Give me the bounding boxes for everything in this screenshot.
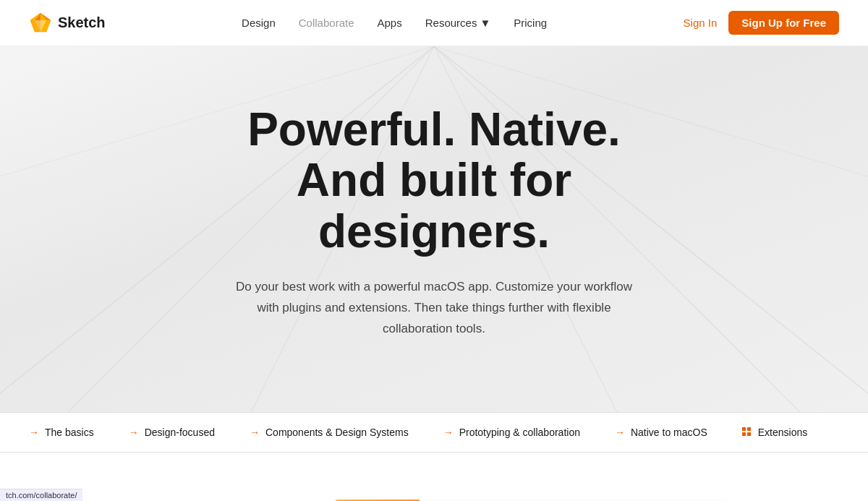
arrow-icon: →	[250, 427, 260, 438]
nav-collaborate[interactable]: Collaborate	[299, 17, 354, 29]
hero-title: Powerful. Native. And built for designer…	[181, 104, 687, 257]
nav-links: Design Collaborate Apps Resources ▼ Pric…	[242, 17, 547, 29]
hero-section: Powerful. Native. And built for designer…	[0, 46, 868, 412]
signup-button[interactable]: Sign Up for Free	[728, 11, 839, 35]
nav-design[interactable]: Design	[242, 17, 276, 29]
logo[interactable]: Sketch	[29, 12, 106, 35]
feature-nav-components[interactable]: → Components & Design Systems	[232, 413, 426, 452]
arrow-icon: →	[443, 427, 454, 438]
nav-right: Sign In Sign Up for Free	[684, 11, 839, 35]
nav-resources[interactable]: Resources ▼	[425, 17, 491, 29]
arrow-icon: →	[29, 427, 39, 438]
feature-nav-design[interactable]: → Design-focused	[111, 413, 232, 452]
arrow-icon: →	[615, 427, 625, 438]
svg-rect-16	[742, 427, 746, 431]
logo-text: Sketch	[58, 14, 106, 31]
nav-pricing[interactable]: Pricing	[514, 17, 547, 29]
svg-rect-19	[747, 432, 751, 436]
feature-nav-basics[interactable]: → The basics	[29, 413, 111, 452]
feature-nav-extensions[interactable]: Extensions	[725, 413, 825, 452]
arrow-icon: →	[129, 427, 139, 438]
feature-nav-bar: → The basics → Design-focused → Componen…	[0, 412, 868, 453]
sketch-logo-icon	[29, 12, 52, 35]
svg-rect-17	[747, 427, 751, 431]
svg-rect-18	[742, 432, 746, 436]
hero-subtitle: Do your best work with a powerful macOS …	[231, 277, 637, 340]
bottom-section: Begin with the basics	[0, 453, 868, 501]
chevron-down-icon: ▼	[480, 17, 490, 29]
main-nav: Sketch Design Collaborate Apps Resources…	[0, 0, 868, 46]
feature-nav-native[interactable]: → Native to macOS	[597, 413, 725, 452]
grid-icon	[742, 427, 752, 437]
nav-apps[interactable]: Apps	[378, 17, 402, 29]
signin-button[interactable]: Sign In	[684, 17, 718, 29]
feature-nav-prototyping[interactable]: → Prototyping & collaboration	[426, 413, 597, 452]
url-bar: tch.com/collaborate/	[0, 489, 82, 501]
hero-content: Powerful. Native. And built for designer…	[181, 104, 687, 340]
